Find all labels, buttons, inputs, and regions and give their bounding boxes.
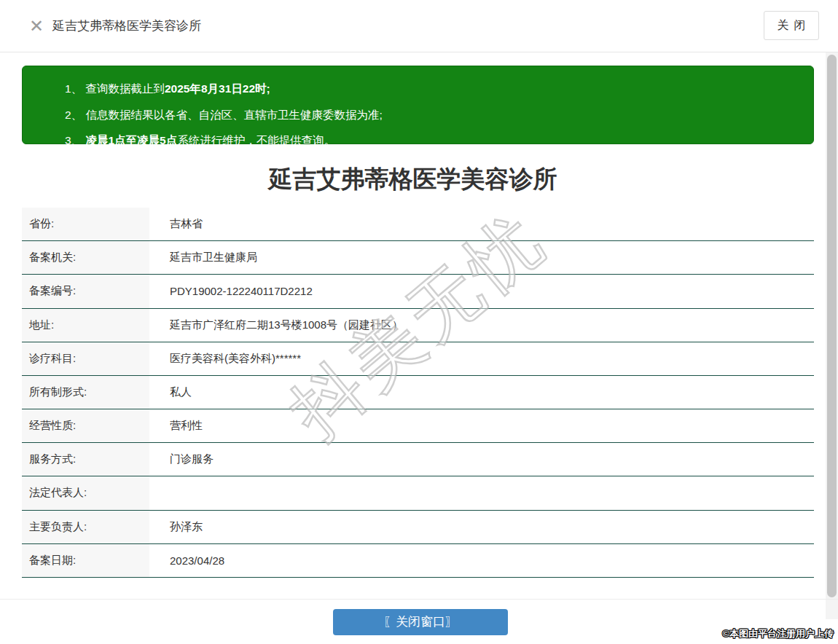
row-value: 私人: [149, 376, 814, 409]
row-label: 备案编号:: [22, 275, 149, 307]
row-value: 延吉市广泽红府二期13号楼1008号（园建社区）: [149, 309, 814, 342]
row-label: 法定代表人:: [22, 476, 149, 509]
row-label: 所有制形式:: [22, 376, 149, 409]
table-row: 诊疗科目:医疗美容科(美容外科)******: [22, 342, 814, 376]
vertical-scrollbar-track[interactable]: [826, 52, 838, 619]
row-value: 营利性: [149, 409, 814, 442]
table-row: 法定代表人:: [22, 476, 814, 510]
row-label: 经营性质:: [22, 409, 149, 442]
notice-line: 1、 查询数据截止到2025年8月31日22时;: [65, 76, 799, 102]
table-row: 备案机关:延吉市卫生健康局: [22, 241, 814, 275]
table-row: 经营性质:营利性: [22, 409, 814, 443]
row-label: 地址:: [22, 309, 149, 342]
row-label: 备案日期:: [22, 544, 149, 577]
table-row: 备案日期:2023/04/28: [22, 544, 814, 578]
close-button[interactable]: 关闭: [764, 11, 819, 40]
header-bar: ✕ 延吉艾弗蒂格医学美容诊所 关闭: [0, 0, 838, 52]
row-label: 省份:: [22, 208, 149, 240]
table-row: 省份:吉林省: [22, 208, 814, 241]
notice-line: 3、 凌晨1点至凌晨5点系统进行维护，不能提供查询。: [65, 127, 799, 154]
bottom-divider: [0, 599, 838, 600]
table-row: 地址:延吉市广泽红府二期13号楼1008号（园建社区）: [22, 309, 814, 342]
table-row: 备案编号:PDY19002-122240117D2212: [22, 275, 814, 308]
row-value: [149, 476, 814, 509]
row-value: PDY19002-122240117D2212: [149, 275, 814, 307]
row-label: 备案机关:: [22, 241, 149, 274]
row-value: 2023/04/28: [149, 544, 814, 577]
row-label: 服务方式:: [22, 443, 149, 476]
notice-line: 2、 信息数据结果以各省、自治区、直辖市卫生健康委数据为准;: [65, 102, 799, 128]
row-value: 延吉市卫生健康局: [149, 241, 814, 274]
close-x-icon[interactable]: ✕: [26, 15, 47, 38]
clinic-title: 延吉艾弗蒂格医学美容诊所: [0, 163, 826, 197]
notice-box: 1、 查询数据截止到2025年8月31日22时;2、 信息数据结果以各省、自治区…: [22, 66, 814, 144]
page: ✕ 延吉艾弗蒂格医学美容诊所 关闭 1、 查询数据截止到2025年8月31日22…: [0, 0, 838, 644]
credit-watermark: ©本图由平台注册用户上传: [722, 627, 834, 640]
info-table: 省份:吉林省备案机关:延吉市卫生健康局备案编号:PDY19002-1222401…: [22, 208, 814, 578]
row-value: 医疗美容科(美容外科)******: [149, 342, 814, 375]
row-label: 主要负责人:: [22, 511, 149, 543]
row-value: 门诊服务: [149, 443, 814, 476]
close-window-button[interactable]: 〖关闭窗口〗: [333, 609, 508, 635]
vertical-scrollbar-thumb[interactable]: [827, 55, 837, 597]
row-label: 诊疗科目:: [22, 342, 149, 375]
row-value: 吉林省: [149, 208, 814, 240]
row-value: 孙泽东: [149, 511, 814, 543]
header-title: 延吉艾弗蒂格医学美容诊所: [52, 0, 201, 52]
table-row: 主要负责人:孙泽东: [22, 511, 814, 544]
table-row: 服务方式:门诊服务: [22, 443, 814, 476]
table-row: 所有制形式:私人: [22, 376, 814, 409]
